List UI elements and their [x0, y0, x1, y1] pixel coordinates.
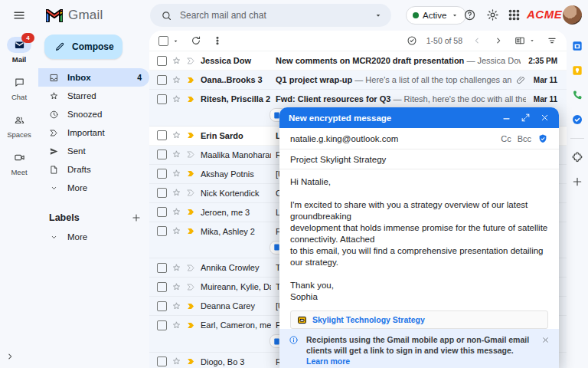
row-checkbox[interactable] — [157, 226, 167, 236]
row-checkbox[interactable] — [157, 169, 167, 179]
rail-item-chat[interactable]: Chat — [7, 74, 31, 101]
sidebar-item-drafts[interactable]: Drafts — [38, 160, 149, 179]
prev-page-icon[interactable] — [472, 35, 482, 46]
importance-marker-icon[interactable] — [186, 169, 196, 179]
row-checkbox[interactable] — [157, 320, 167, 330]
importance-marker-icon[interactable] — [186, 320, 196, 330]
row-checkbox[interactable] — [157, 75, 167, 85]
keep-icon[interactable] — [571, 64, 583, 77]
importance-marker-icon[interactable] — [186, 282, 196, 292]
subject-field[interactable]: Project Skylight Strategy — [279, 150, 559, 169]
row-sender: Jeroen, me 3 — [201, 208, 271, 217]
attachment-chip[interactable]: Skylight Technology Strategy — [290, 310, 548, 329]
voice-icon[interactable] — [571, 89, 583, 101]
sidebar-item-starred[interactable]: Starred — [38, 87, 149, 105]
importance-marker-icon[interactable] — [186, 188, 196, 198]
search-input[interactable] — [178, 9, 373, 21]
addons-icon[interactable] — [571, 151, 583, 163]
row-checkbox[interactable] — [157, 282, 167, 292]
tasks-icon[interactable] — [571, 113, 583, 126]
search-bar[interactable] — [150, 4, 391, 27]
star-icon[interactable] — [172, 150, 181, 159]
next-page-icon[interactable] — [493, 35, 504, 46]
star-icon[interactable] — [172, 207, 181, 217]
learn-more-link[interactable]: Learn more — [306, 356, 350, 366]
sidebar-item-inbox[interactable]: Inbox4 — [38, 68, 149, 87]
sidebar-item-important[interactable]: Important — [38, 123, 149, 142]
profile-avatar[interactable] — [563, 5, 582, 25]
search-options-caret-icon[interactable] — [373, 10, 384, 21]
star-icon[interactable] — [172, 75, 181, 85]
expand-icon[interactable] — [521, 113, 531, 123]
recipient-address[interactable]: natalie.g.king@outlook.com — [290, 134, 495, 143]
importance-marker-icon[interactable] — [186, 207, 196, 217]
more-vert-icon[interactable] — [212, 35, 223, 46]
message-body[interactable]: Hi Natalie,I'm excited to share with you… — [279, 169, 559, 306]
select-caret-icon[interactable] — [172, 37, 180, 45]
compose-button[interactable]: Compose — [44, 34, 122, 59]
calendar-icon[interactable] — [571, 40, 583, 52]
row-checkbox[interactable] — [157, 130, 167, 140]
refresh-icon[interactable] — [191, 35, 201, 46]
banner-close-icon[interactable] — [541, 336, 550, 344]
rail-item-spaces[interactable]: Spaces — [7, 112, 31, 139]
row-checkbox[interactable] — [157, 301, 167, 311]
mail-row[interactable]: Oana..Brooks 3Q1 project wrap-up — Here'… — [149, 71, 567, 90]
star-icon[interactable] — [172, 356, 181, 366]
show-side-panel-icon[interactable] — [5, 351, 15, 362]
close-icon[interactable] — [540, 113, 550, 123]
star-icon[interactable] — [172, 263, 181, 273]
star-icon[interactable] — [172, 169, 181, 179]
hamburger-menu-icon[interactable] — [12, 8, 26, 22]
star-icon[interactable] — [172, 320, 181, 330]
rail-item-mail[interactable]: 4Mail — [7, 37, 31, 64]
sidebar-item-snoozed[interactable]: Snoozed — [38, 105, 149, 123]
star-icon[interactable] — [172, 301, 181, 311]
body-line: Sophia — [290, 291, 548, 303]
row-checkbox[interactable] — [157, 207, 167, 217]
row-checkbox[interactable] — [157, 94, 167, 104]
compose-titlebar[interactable]: New encrypted message — [279, 107, 559, 128]
apps-grid-icon[interactable] — [508, 8, 521, 21]
row-checkbox[interactable] — [157, 188, 167, 198]
plus-icon[interactable] — [571, 176, 583, 188]
input-tools-icon[interactable] — [407, 35, 417, 46]
split-pane-caret-icon[interactable] — [528, 35, 536, 46]
importance-marker-icon[interactable] — [186, 75, 196, 85]
star-icon[interactable] — [172, 226, 181, 236]
star-icon[interactable] — [172, 188, 181, 198]
sidebar-item-sent[interactable]: Sent — [38, 142, 149, 160]
row-checkbox[interactable] — [157, 263, 167, 273]
importance-marker-icon[interactable] — [186, 150, 196, 159]
rail-item-meet[interactable]: Meet — [7, 150, 31, 176]
recipients-row[interactable]: natalie.g.king@outlook.com Cc Bcc — [279, 128, 559, 150]
compose-window: New encrypted message natalie.g.king@out… — [279, 107, 559, 368]
star-icon[interactable] — [172, 94, 181, 104]
sidebar-item-more[interactable]: More — [38, 179, 149, 197]
settings-gear-icon[interactable] — [486, 8, 499, 21]
star-icon[interactable] — [172, 282, 181, 292]
labels-more-item[interactable]: More — [38, 228, 149, 246]
status-selector[interactable]: Active — [406, 6, 466, 25]
minimize-icon[interactable] — [501, 113, 511, 123]
star-icon[interactable] — [172, 130, 181, 140]
importance-marker-icon[interactable] — [186, 94, 196, 104]
add-label-icon[interactable] — [131, 212, 142, 223]
importance-marker-icon[interactable] — [186, 56, 196, 66]
mail-row[interactable]: Jessica DowNew comments on MCR2020 draft… — [149, 51, 567, 71]
row-checkbox[interactable] — [157, 56, 167, 66]
bcc-button[interactable]: Bcc — [518, 134, 531, 143]
importance-marker-icon[interactable] — [186, 301, 196, 311]
filter-icon[interactable] — [547, 35, 557, 46]
split-pane-icon[interactable] — [514, 35, 525, 46]
star-icon[interactable] — [172, 56, 181, 66]
importance-marker-icon[interactable] — [186, 263, 196, 273]
help-icon[interactable] — [463, 8, 476, 21]
cc-button[interactable]: Cc — [501, 134, 511, 143]
row-checkbox[interactable] — [157, 150, 167, 159]
importance-marker-icon[interactable] — [186, 356, 196, 366]
importance-marker-icon[interactable] — [186, 130, 196, 140]
row-checkbox[interactable] — [157, 356, 167, 366]
importance-marker-icon[interactable] — [186, 226, 196, 236]
select-all-checkbox[interactable] — [158, 36, 168, 46]
